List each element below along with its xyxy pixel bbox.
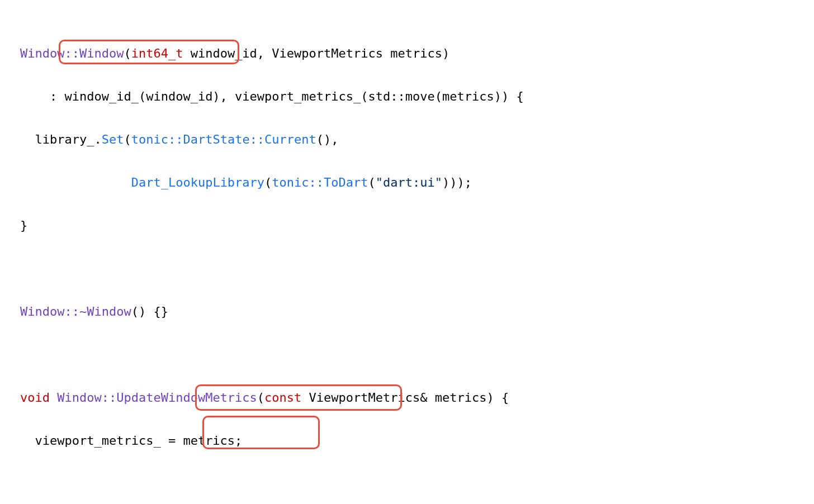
token-method: Set [102,132,124,146]
code-line-5: } [20,215,814,237]
code-line-2: : window_id_(window_id), viewport_metric… [20,86,814,108]
code-line-3: library_.Set(tonic::DartState::Current()… [20,129,814,151]
token-class-method: Window::UpdateWindowMetrics [57,391,257,405]
code-line-9: void Window::UpdateWindowMetrics(const V… [20,387,814,409]
token-qualified-name: tonic::DartState::Current [131,132,316,146]
token-function: Dart_LookupLibrary [131,175,264,189]
code-line-7: Window::~Window() {} [20,301,814,323]
token-class-method: Window::Window [20,46,124,60]
code-line-10: viewport_metrics_ = metrics; [20,430,814,452]
code-line-4: Dart_LookupLibrary(tonic::ToDart("dart:u… [20,172,814,194]
token-qualified-name: tonic::ToDart [272,175,368,189]
code-line-blank-2 [20,344,814,366]
code-line-1: Window::Window(int64_t window_id, Viewpo… [20,43,814,65]
token-keyword: const [264,391,301,405]
code-block: Window::Window(int64_t window_id, Viewpo… [0,0,814,504]
token-type: int64_t [131,46,183,60]
code-line-blank-3 [20,473,814,495]
token-string: "dart:ui" [376,175,442,189]
token-keyword: void [20,391,50,405]
code-line-blank-1 [20,258,814,280]
token-destructor: Window::~Window [20,305,131,318]
